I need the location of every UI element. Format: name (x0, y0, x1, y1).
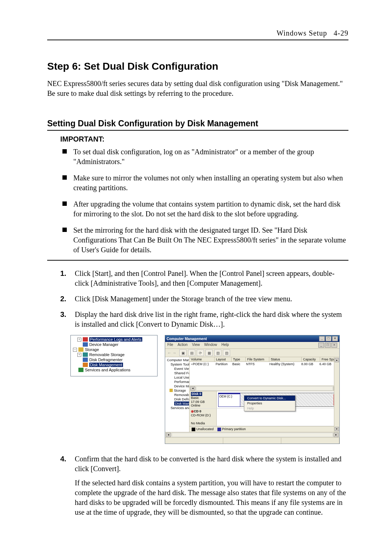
col-volume[interactable]: Volume (189, 357, 215, 362)
tree-node-label: Device Manager (174, 384, 189, 388)
scroll-left-icon[interactable]: ◂ (190, 386, 195, 391)
step-followup: If the selected hard disk contains a sys… (75, 478, 348, 517)
minimize-icon[interactable]: _ (319, 336, 325, 341)
intro-paragraph: NEC Express5800/ft series secures data b… (47, 79, 348, 98)
scroll-left-icon[interactable]: ◂ (166, 433, 171, 437)
tree-node-label: Removable Storage (174, 393, 189, 397)
page-header: Windows Setup 4-29 (47, 29, 348, 40)
page-number: 4-29 (334, 29, 348, 37)
tree-item-removable-storage[interactable]: +Removable Storage (72, 352, 156, 357)
legend-unallocated-icon (192, 428, 195, 431)
important-item: After upgrading the volume that contains… (60, 199, 348, 219)
computer-management-screenshot: Computer Management _ □ × File Action Vi… (165, 335, 340, 444)
mdi-restore-icon[interactable]: □ (325, 343, 331, 348)
menu-help[interactable]: Help (221, 343, 229, 348)
col-capacity[interactable]: Capacity (302, 357, 320, 362)
removable-storage-icon (83, 352, 88, 357)
cdrom-icon: ◉ (191, 409, 194, 413)
menu-view[interactable]: View (192, 343, 200, 348)
scroll-right-icon[interactable]: ▸ (334, 433, 339, 437)
mgmt-tree-item[interactable]: Disk Management (166, 401, 188, 406)
step-number: 4. (60, 454, 66, 464)
disk0-info-block[interactable]: Disk 0 Basic 17.09 GB Online (189, 391, 217, 408)
toolbar-button[interactable]: ▣ (179, 350, 187, 356)
menu-action[interactable]: Action (177, 343, 188, 348)
mgmt-tree-item[interactable]: Storage (166, 388, 188, 393)
steps-list: 1.Click [Start], and then [Control Panel… (47, 269, 348, 329)
right-vertical-scrollbar[interactable]: ▴▾ (334, 357, 339, 432)
toolbar-refresh-icon[interactable]: ⟳ (197, 350, 204, 356)
mgmt-tree-item[interactable]: Event Viewer (166, 367, 188, 371)
tree-item-disk-management[interactable]: Disk Management (72, 362, 156, 367)
toolbar-button[interactable]: ▦ (205, 350, 213, 356)
mgmt-tree-item[interactable]: System Tools (166, 362, 188, 367)
tree-item-disk-defragmenter[interactable]: Disk Defragmenter (72, 357, 156, 362)
mgmt-right-pane: Volume Layout Type File System Status Ca… (189, 357, 339, 432)
scroll-down-icon[interactable]: ▾ (335, 427, 339, 431)
toolbar-button[interactable]: ▧ (214, 350, 221, 356)
tree-node-label: Performance Logs and Alerts (174, 380, 189, 384)
status-bar (165, 437, 339, 444)
step-item: 1.Click [Start], and then [Control Panel… (60, 269, 348, 288)
partition-unallocated[interactable]: Convert to Dynamic Disk... Properties He… (240, 393, 338, 407)
mgmt-tree-item[interactable]: Computer Management (Local) (166, 358, 188, 362)
plus-icon[interactable]: + (77, 338, 81, 342)
nav-arrows-icon[interactable]: ← → (167, 351, 176, 355)
mgmt-tree-item[interactable]: Disk Defragmenter (166, 397, 188, 401)
volume-horizontal-scrollbar[interactable]: ◂▸ (189, 385, 339, 391)
tree-item-perf-logs[interactable]: +Performance Logs and Alerts (72, 337, 156, 342)
tree-node-label: Disk Management (174, 401, 189, 405)
step-item: 4. Confirm that the hard disk to be conv… (60, 454, 348, 517)
col-filesystem[interactable]: File System (246, 357, 269, 362)
ctx-properties[interactable]: Properties (244, 401, 295, 406)
square-bullet-icon (62, 201, 67, 206)
mgmt-tree-item[interactable]: Removable Storage (166, 393, 188, 397)
plus-icon[interactable]: + (77, 353, 81, 357)
minus-icon[interactable]: – (73, 348, 77, 352)
step-item: 2.Click [Disk Management] under the Stor… (60, 294, 348, 304)
col-status[interactable]: Status (269, 357, 302, 362)
scroll-up-icon[interactable]: ▴ (335, 358, 339, 362)
tree-node-label: Event Viewer (174, 367, 189, 371)
maximize-icon[interactable]: □ (326, 336, 331, 341)
volume-table-row[interactable]: =POEM (C:) Partition Basic NTFS Healthy … (189, 362, 339, 366)
tree-node-label: Services and Applications (171, 406, 189, 410)
important-block: IMPORTANT: To set dual disk configuratio… (47, 131, 348, 261)
close-icon[interactable]: × (332, 336, 338, 341)
tree-item-storage[interactable]: –Storage (72, 347, 156, 352)
step-number: 1. (60, 269, 66, 278)
disk-graphical-view: Disk 0 Basic 17.09 GB Online OEM (C:) (189, 391, 339, 426)
perf-icon (83, 337, 88, 342)
services-icon (78, 368, 83, 372)
mgmt-tree-item[interactable]: Shared Folders (166, 371, 188, 375)
mgmt-tree-pane: Computer Management (Local)System ToolsE… (165, 357, 189, 432)
col-layout[interactable]: Layout (215, 357, 232, 362)
toolbar-button[interactable]: ▨ (223, 350, 230, 356)
mgmt-tree-item[interactable]: Local Users and Groups (166, 375, 188, 380)
partition-primary[interactable]: OEM (C:) (218, 393, 240, 407)
mgmt-tree-item[interactable]: Performance Logs and Alerts (166, 380, 188, 384)
window-title: Computer Management (167, 337, 207, 341)
menu-window[interactable]: Window (204, 343, 217, 348)
mgmt-tree-item[interactable]: Services and Applications (166, 406, 188, 410)
volume-table-header: Volume Layout Type File System Status Ca… (189, 357, 339, 362)
col-type[interactable]: Type (232, 357, 246, 362)
tree-item-services-apps[interactable]: Services and Applications (72, 367, 156, 372)
mdi-close-icon[interactable]: × (331, 343, 337, 348)
mgmt-tree-item[interactable]: Device Manager (166, 384, 188, 388)
window-titlebar[interactable]: Computer Management _ □ × (165, 335, 339, 342)
disk-row-disk0[interactable]: Disk 0 Basic 17.09 GB Online OEM (C:) (189, 391, 339, 409)
tree-item-device-manager[interactable]: Device Manager (72, 342, 156, 347)
ctx-convert-dynamic[interactable]: Convert to Dynamic Disk... (244, 396, 295, 401)
important-item: Make sure to mirror the volumes not only… (60, 173, 348, 193)
menu-file[interactable]: File (167, 343, 173, 348)
disk-legend: Unallocated Primary partition (189, 426, 339, 432)
tree-horizontal-scrollbar[interactable]: ◂▸ (165, 432, 339, 437)
steps-list-continued: 4. Confirm that the hard disk to be conv… (47, 454, 348, 517)
toolbar-button[interactable]: ▤ (188, 350, 195, 356)
mdi-minimize-icon[interactable]: _ (318, 343, 324, 348)
cdrom-info-block[interactable]: ◉CD 0 CD-ROM (D:) No Media (189, 409, 217, 426)
step-number: 2. (60, 294, 66, 304)
page-title: Step 6: Set Dual Disk Configuration (47, 61, 348, 72)
disk-row-cdrom[interactable]: ◉CD 0 CD-ROM (D:) No Media (189, 409, 339, 426)
